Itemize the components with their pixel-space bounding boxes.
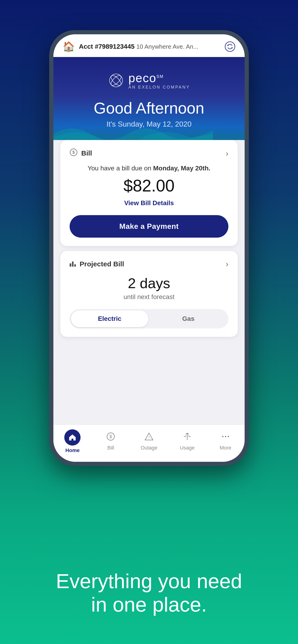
projected-chart-icon [70, 260, 76, 268]
svg-text:$: $ [110, 434, 112, 439]
svg-text:$: $ [72, 150, 75, 154]
more-nav-label: More [220, 445, 231, 451]
projected-bill-card: Projected Bill › 2 days until next forec… [60, 251, 238, 337]
bill-nav-icon: $ [106, 432, 115, 443]
svg-line-18 [185, 436, 186, 436]
svg-point-0 [225, 42, 235, 52]
bill-dollar-icon: $ [70, 148, 78, 158]
date-text: It's Sunday, May 12, 2020 [107, 120, 192, 128]
more-nav-icon [221, 432, 230, 443]
tagline-block: Everything you need in one place. [0, 569, 298, 616]
bill-card: $ Bill › You have a bill due on Monday, … [60, 140, 238, 246]
app-header: 🏠 Acct #7989123445 10 Anywhere Ave. An..… [53, 34, 245, 57]
usage-nav-label: Usage [180, 445, 195, 451]
view-bill-link[interactable]: View Bill Details [70, 199, 228, 207]
bill-nav-label: Bill [107, 445, 114, 451]
logo-peco-text: pecoSM [128, 71, 190, 85]
nav-more[interactable]: More [212, 432, 239, 451]
logo-container: pecoSM AN EXELON COMPANY [108, 71, 190, 90]
bill-header-left: $ Bill [70, 148, 92, 158]
bill-chevron-icon: › [226, 149, 228, 158]
home-nav-icon [64, 429, 81, 446]
header-home-icon[interactable]: 🏠 [63, 41, 75, 52]
projected-header-left: Projected Bill [70, 260, 124, 268]
bill-card-header[interactable]: $ Bill › [70, 148, 228, 158]
gas-tab[interactable]: Gas [150, 310, 227, 327]
nav-home[interactable]: Home [59, 429, 86, 454]
svg-rect-8 [72, 438, 73, 440]
logo-text: pecoSM AN EXELON COMPANY [128, 71, 190, 90]
cards-section: $ Bill › You have a bill due on Monday, … [53, 140, 245, 424]
svg-point-21 [225, 436, 226, 437]
svg-line-19 [188, 436, 189, 436]
projected-card-title: Projected Bill [80, 260, 124, 268]
bottom-navigation: Home $ Bill [53, 424, 245, 462]
projected-chevron-icon: › [226, 260, 228, 268]
phone-outer-shell: 🏠 Acct #7989123445 10 Anywhere Ave. An..… [49, 30, 249, 466]
electric-tab[interactable]: Electric [71, 310, 148, 327]
svg-text:!: ! [149, 436, 149, 440]
nav-outage[interactable]: ! Outage [135, 432, 163, 451]
usage-nav-icon [183, 432, 192, 443]
switch-account-icon[interactable] [225, 41, 235, 52]
nav-bill[interactable]: $ Bill [97, 432, 125, 451]
account-info: Acct #7989123445 10 Anywhere Ave. An... [79, 43, 220, 50]
peco-logo-icon [108, 72, 124, 88]
nav-usage[interactable]: Usage [173, 432, 201, 451]
greeting-text: Good Afternoon [94, 99, 204, 117]
page-background: 🏠 Acct #7989123445 10 Anywhere Ave. An..… [49, 0, 249, 466]
bill-card-title: Bill [81, 149, 92, 157]
svg-point-22 [228, 436, 229, 437]
tagline-text: Everything you need in one place. [19, 569, 279, 616]
projected-days: 2 days [70, 275, 228, 292]
account-number-label: Acct #7989123445 [79, 43, 136, 50]
account-address: 10 Anywhere Ave. An... [136, 43, 198, 50]
logo-tagline: AN EXELON COMPANY [128, 85, 190, 90]
home-nav-label: Home [66, 448, 80, 454]
electric-gas-toggle: Electric Gas [70, 309, 228, 328]
bill-due-message: You have a bill due on Monday, May 20th. [70, 164, 228, 172]
projected-card-header[interactable]: Projected Bill › [70, 260, 228, 268]
phone-screen: 🏠 Acct #7989123445 10 Anywhere Ave. An..… [53, 34, 245, 462]
outage-nav-icon: ! [145, 432, 153, 443]
make-payment-button[interactable]: Make a Payment [70, 215, 228, 238]
projected-label: until next forecast [70, 293, 228, 301]
svg-point-20 [222, 436, 223, 437]
bill-amount: $82.00 [70, 176, 228, 195]
phone-device: 🏠 Acct #7989123445 10 Anywhere Ave. An..… [49, 30, 249, 466]
outage-nav-label: Outage [141, 445, 157, 451]
